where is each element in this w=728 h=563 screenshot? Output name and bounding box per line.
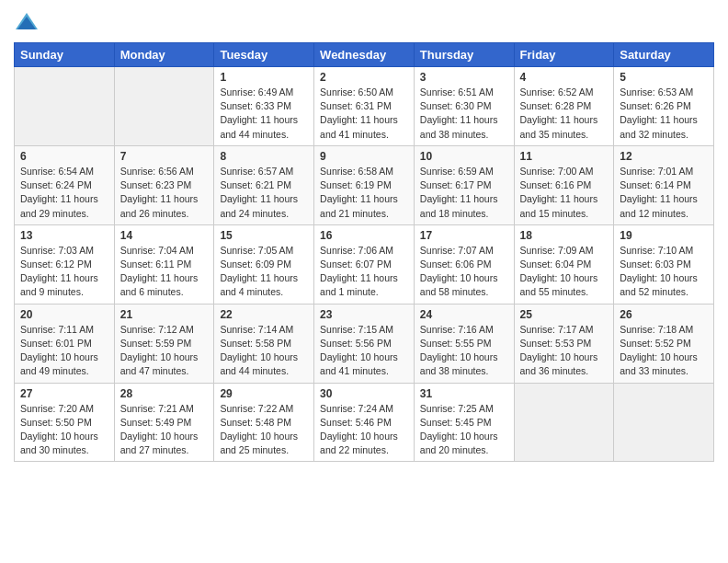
day-number: 5 [620, 71, 708, 84]
cell-content: Sunrise: 7:20 AM Sunset: 5:50 PM Dayligh… [20, 402, 108, 458]
cell-content: Sunrise: 7:10 AM Sunset: 6:03 PM Dayligh… [620, 244, 708, 300]
calendar-cell: 5Sunrise: 6:53 AM Sunset: 6:26 PM Daylig… [614, 67, 714, 146]
calendar-cell: 13Sunrise: 7:03 AM Sunset: 6:12 PM Dayli… [15, 224, 115, 304]
cell-content: Sunrise: 7:03 AM Sunset: 6:12 PM Dayligh… [20, 244, 108, 300]
cell-content: Sunrise: 7:22 AM Sunset: 5:48 PM Dayligh… [220, 402, 308, 458]
day-number: 6 [20, 150, 108, 163]
cell-content: Sunrise: 7:05 AM Sunset: 6:09 PM Dayligh… [220, 244, 308, 300]
cell-content: Sunrise: 6:50 AM Sunset: 6:31 PM Dayligh… [320, 86, 408, 142]
cell-content: Sunrise: 7:06 AM Sunset: 6:07 PM Dayligh… [320, 244, 408, 300]
cell-content: Sunrise: 7:09 AM Sunset: 6:04 PM Dayligh… [520, 244, 609, 300]
day-number: 10 [420, 150, 508, 163]
calendar-cell [514, 383, 614, 462]
calendar-cell: 9Sunrise: 6:58 AM Sunset: 6:19 PM Daylig… [314, 145, 415, 224]
calendar-row: 6Sunrise: 6:54 AM Sunset: 6:24 PM Daylig… [15, 145, 714, 224]
day-number: 17 [420, 229, 508, 242]
cell-content: Sunrise: 7:07 AM Sunset: 6:06 PM Dayligh… [420, 244, 508, 300]
cell-content: Sunrise: 6:56 AM Sunset: 6:23 PM Dayligh… [120, 165, 209, 221]
day-number: 9 [320, 150, 408, 163]
calendar-cell: 3Sunrise: 6:51 AM Sunset: 6:30 PM Daylig… [414, 67, 514, 146]
calendar-table: SundayMondayTuesdayWednesdayThursdayFrid… [14, 42, 714, 462]
weekday-header: Thursday [414, 43, 514, 67]
day-number: 8 [220, 150, 308, 163]
cell-content: Sunrise: 6:53 AM Sunset: 6:26 PM Dayligh… [620, 86, 708, 142]
day-number: 3 [420, 71, 508, 84]
calendar-cell: 22Sunrise: 7:14 AM Sunset: 5:58 PM Dayli… [214, 304, 314, 383]
cell-content: Sunrise: 6:59 AM Sunset: 6:17 PM Dayligh… [420, 165, 508, 221]
calendar-cell: 10Sunrise: 6:59 AM Sunset: 6:17 PM Dayli… [414, 145, 514, 224]
cell-content: Sunrise: 6:58 AM Sunset: 6:19 PM Dayligh… [320, 165, 408, 221]
day-number: 1 [220, 71, 308, 84]
calendar-cell: 16Sunrise: 7:06 AM Sunset: 6:07 PM Dayli… [314, 224, 415, 304]
calendar-cell: 21Sunrise: 7:12 AM Sunset: 5:59 PM Dayli… [114, 304, 214, 383]
calendar-cell: 19Sunrise: 7:10 AM Sunset: 6:03 PM Dayli… [614, 224, 714, 304]
calendar-row: 27Sunrise: 7:20 AM Sunset: 5:50 PM Dayli… [15, 383, 714, 462]
cell-content: Sunrise: 7:00 AM Sunset: 6:16 PM Dayligh… [520, 165, 609, 221]
calendar-cell: 8Sunrise: 6:57 AM Sunset: 6:21 PM Daylig… [214, 145, 314, 224]
weekday-header: Wednesday [314, 43, 415, 67]
calendar-cell: 4Sunrise: 6:52 AM Sunset: 6:28 PM Daylig… [514, 67, 614, 146]
cell-content: Sunrise: 7:18 AM Sunset: 5:52 PM Dayligh… [620, 323, 708, 379]
calendar-cell: 15Sunrise: 7:05 AM Sunset: 6:09 PM Dayli… [214, 224, 314, 304]
calendar-cell: 1Sunrise: 6:49 AM Sunset: 6:33 PM Daylig… [214, 67, 314, 146]
cell-content: Sunrise: 6:57 AM Sunset: 6:21 PM Dayligh… [220, 165, 308, 221]
day-number: 20 [20, 308, 108, 321]
day-number: 28 [120, 387, 209, 400]
day-number: 27 [20, 387, 108, 400]
calendar-cell [114, 67, 214, 146]
day-number: 21 [120, 308, 209, 321]
calendar-cell: 23Sunrise: 7:15 AM Sunset: 5:56 PM Dayli… [314, 304, 415, 383]
cell-content: Sunrise: 7:16 AM Sunset: 5:55 PM Dayligh… [420, 323, 508, 379]
cell-content: Sunrise: 7:11 AM Sunset: 6:01 PM Dayligh… [20, 323, 108, 379]
calendar-row: 1Sunrise: 6:49 AM Sunset: 6:33 PM Daylig… [15, 67, 714, 146]
logo-icon [14, 9, 40, 35]
day-number: 11 [520, 150, 609, 163]
day-number: 25 [520, 308, 609, 321]
calendar-cell: 7Sunrise: 6:56 AM Sunset: 6:23 PM Daylig… [114, 145, 214, 224]
calendar-cell: 14Sunrise: 7:04 AM Sunset: 6:11 PM Dayli… [114, 224, 214, 304]
day-number: 23 [320, 308, 408, 321]
weekday-header: Monday [114, 43, 214, 67]
calendar-cell: 24Sunrise: 7:16 AM Sunset: 5:55 PM Dayli… [414, 304, 514, 383]
calendar-cell: 2Sunrise: 6:50 AM Sunset: 6:31 PM Daylig… [314, 67, 415, 146]
day-number: 2 [320, 71, 408, 84]
calendar-row: 20Sunrise: 7:11 AM Sunset: 6:01 PM Dayli… [15, 304, 714, 383]
calendar-cell: 6Sunrise: 6:54 AM Sunset: 6:24 PM Daylig… [15, 145, 115, 224]
day-number: 31 [420, 387, 508, 400]
calendar-cell: 12Sunrise: 7:01 AM Sunset: 6:14 PM Dayli… [614, 145, 714, 224]
calendar-cell: 17Sunrise: 7:07 AM Sunset: 6:06 PM Dayli… [414, 224, 514, 304]
calendar-cell: 20Sunrise: 7:11 AM Sunset: 6:01 PM Dayli… [15, 304, 115, 383]
weekday-header: Friday [514, 43, 614, 67]
cell-content: Sunrise: 6:51 AM Sunset: 6:30 PM Dayligh… [420, 86, 508, 142]
day-number: 22 [220, 308, 308, 321]
calendar-cell: 11Sunrise: 7:00 AM Sunset: 6:16 PM Dayli… [514, 145, 614, 224]
cell-content: Sunrise: 7:04 AM Sunset: 6:11 PM Dayligh… [120, 244, 209, 300]
day-number: 26 [620, 308, 708, 321]
calendar-cell [15, 67, 115, 146]
cell-content: Sunrise: 7:25 AM Sunset: 5:45 PM Dayligh… [420, 402, 508, 458]
cell-content: Sunrise: 7:15 AM Sunset: 5:56 PM Dayligh… [320, 323, 408, 379]
header [14, 9, 714, 35]
calendar-cell: 27Sunrise: 7:20 AM Sunset: 5:50 PM Dayli… [15, 383, 115, 462]
calendar-body: 1Sunrise: 6:49 AM Sunset: 6:33 PM Daylig… [15, 67, 714, 462]
cell-content: Sunrise: 6:54 AM Sunset: 6:24 PM Dayligh… [20, 165, 108, 221]
calendar-cell: 31Sunrise: 7:25 AM Sunset: 5:45 PM Dayli… [414, 383, 514, 462]
weekday-header: Saturday [614, 43, 714, 67]
day-number: 15 [220, 229, 308, 242]
calendar-cell: 25Sunrise: 7:17 AM Sunset: 5:53 PM Dayli… [514, 304, 614, 383]
calendar-cell: 28Sunrise: 7:21 AM Sunset: 5:49 PM Dayli… [114, 383, 214, 462]
day-number: 18 [520, 229, 609, 242]
day-number: 12 [620, 150, 708, 163]
cell-content: Sunrise: 7:12 AM Sunset: 5:59 PM Dayligh… [120, 323, 209, 379]
day-number: 16 [320, 229, 408, 242]
cell-content: Sunrise: 7:24 AM Sunset: 5:46 PM Dayligh… [320, 402, 408, 458]
day-number: 7 [120, 150, 209, 163]
cell-content: Sunrise: 7:21 AM Sunset: 5:49 PM Dayligh… [120, 402, 209, 458]
calendar-row: 13Sunrise: 7:03 AM Sunset: 6:12 PM Dayli… [15, 224, 714, 304]
calendar-header: SundayMondayTuesdayWednesdayThursdayFrid… [15, 43, 714, 67]
day-number: 24 [420, 308, 508, 321]
cell-content: Sunrise: 6:49 AM Sunset: 6:33 PM Dayligh… [220, 86, 308, 142]
header-row: SundayMondayTuesdayWednesdayThursdayFrid… [15, 43, 714, 67]
cell-content: Sunrise: 7:14 AM Sunset: 5:58 PM Dayligh… [220, 323, 308, 379]
day-number: 19 [620, 229, 708, 242]
